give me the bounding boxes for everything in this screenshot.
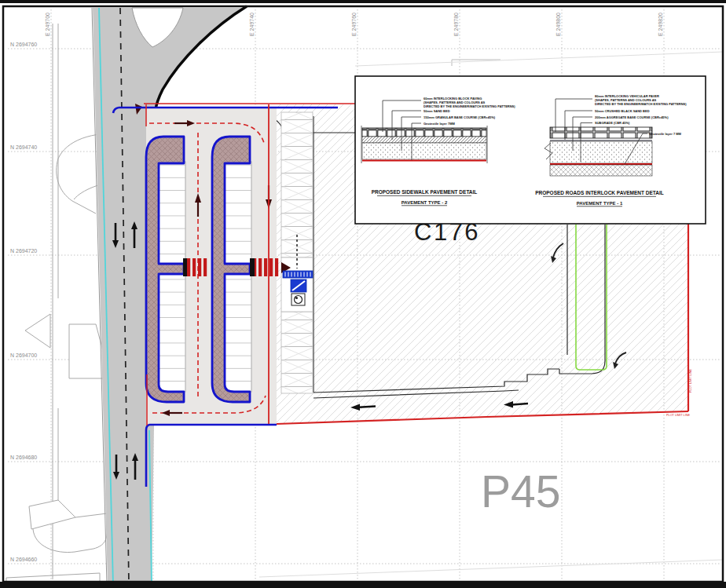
grid-label-e: E 249800 bbox=[556, 13, 561, 36]
paving-block-layer bbox=[550, 127, 652, 138]
base-course-layer bbox=[550, 141, 652, 163]
layer-label: 50mm SAND BED bbox=[424, 109, 450, 113]
plot-label: P45 bbox=[481, 466, 560, 517]
grid-label-e: E 249740 bbox=[249, 13, 255, 36]
sand-bed-layer bbox=[362, 137, 486, 143]
detail-subtitle: PAVEMENT TYPE - 1 bbox=[577, 201, 623, 206]
base-course-layer bbox=[362, 143, 486, 159]
paving-block-layer bbox=[362, 128, 486, 137]
site-plan-sheet: E 249700 E 249720 E 249740 E 249760 E 24… bbox=[0, 0, 726, 588]
grid-label-e: E 249760 bbox=[351, 13, 357, 36]
grid-label-n: N 2694700 bbox=[10, 352, 37, 358]
site-plan-canvas: E 249700 E 249720 E 249740 E 249760 E 24… bbox=[0, 0, 726, 588]
subgrade-layer bbox=[550, 165, 652, 176]
layer-label: SUBGRADE (CBR 45%) bbox=[595, 121, 630, 125]
grid-label-n: N 2694760 bbox=[10, 42, 37, 47]
layer-label: DIRECTED BY THE ENGINEER/MATCH EXISTING … bbox=[424, 104, 515, 108]
layer-label: Geotextile layer 7MM bbox=[424, 122, 455, 126]
layer-label: DIRECTED BY THE ENGINEER/MATCH EXISTING … bbox=[595, 102, 687, 106]
layer-label: 150mm GRANULAR BASE COURSE (CBR=45%) bbox=[424, 115, 496, 119]
detail-title: PROPOSED ROADS INTERLOCK PAVEMENT DETAIL bbox=[535, 190, 664, 195]
grid-label-e: E 249780 bbox=[453, 13, 459, 36]
grid-label-n: N 2694680 bbox=[10, 455, 37, 460]
layer-label: 50mm CRUSHED BLACK SAND BED bbox=[595, 109, 650, 113]
layer-label: Geotextile layer 7 MM bbox=[649, 132, 682, 136]
grid-label-n: N 2694720 bbox=[10, 248, 37, 254]
grid-label-e: E 249700 bbox=[45, 13, 50, 36]
plot-limit-text: PLOT LIMIT LINE bbox=[689, 368, 692, 393]
layer-label: 200mm AGGREGATE BASE COURSE (CBR=45%) bbox=[595, 115, 669, 119]
detail-subtitle: PAVEMENT TYPE - 2 bbox=[402, 200, 448, 205]
grid-label-e: E 249820 bbox=[658, 13, 663, 36]
detail-title: PROPOSED SIDEWALK PAVEMENT DETAIL bbox=[372, 189, 478, 195]
plot-limit-text: PLOT LIMIT LINE bbox=[666, 414, 691, 417]
grid-label-n: N 2694660 bbox=[10, 557, 37, 562]
grid-label-n: N 2694740 bbox=[10, 144, 37, 150]
details-panel: 60mm INTERLOCKING BLOCK PAVING (SHAPES, … bbox=[355, 76, 706, 224]
